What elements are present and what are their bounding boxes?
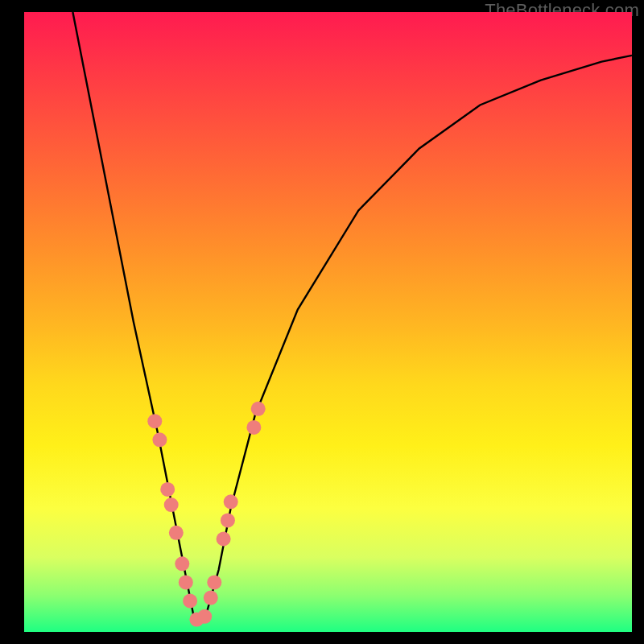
data-point: [224, 494, 238, 509]
plot-area: [24, 12, 632, 632]
data-point: [175, 556, 189, 571]
bottleneck-curve: [72, 12, 632, 620]
data-point: [147, 414, 162, 428]
data-point: [204, 591, 218, 605]
curve-layer: [24, 12, 632, 632]
data-point: [179, 575, 193, 589]
data-point: [183, 594, 197, 609]
data-point: [197, 609, 212, 624]
data-point: [169, 526, 184, 540]
data-point: [164, 497, 179, 512]
data-point: [251, 402, 266, 416]
data-point: [160, 482, 175, 497]
data-point: [217, 532, 231, 547]
data-point: [221, 513, 235, 527]
data-point: [246, 420, 261, 435]
data-point: [152, 432, 167, 447]
data-point: [207, 575, 221, 589]
sample-points: [147, 402, 265, 627]
chart-container: TheBottleneck.com: [0, 0, 644, 644]
